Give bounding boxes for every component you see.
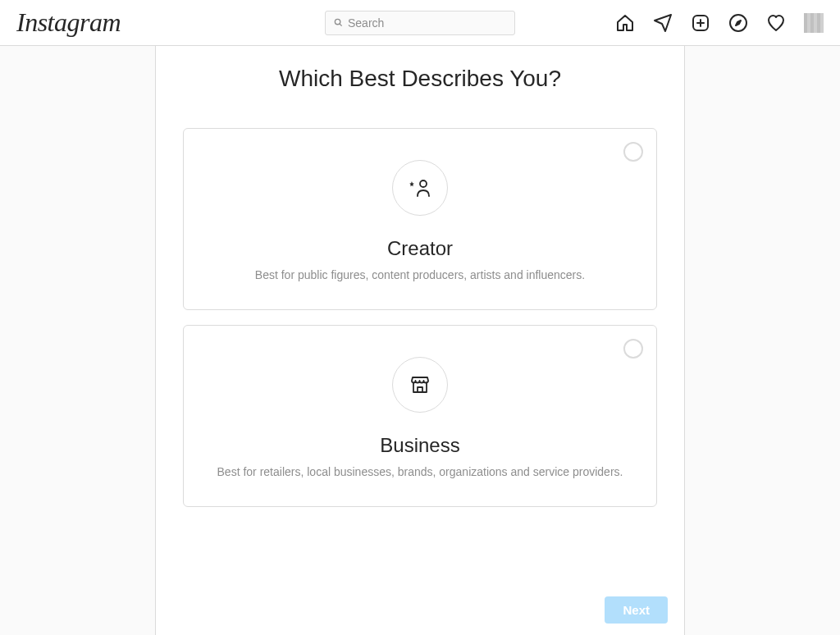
search-input[interactable]: Search xyxy=(325,11,515,35)
next-button[interactable]: Next xyxy=(605,596,668,624)
activity-icon[interactable] xyxy=(766,13,786,33)
svg-line-1 xyxy=(340,24,342,26)
business-icon xyxy=(392,357,448,413)
business-option-card[interactable]: Business Best for retailers, local busin… xyxy=(183,325,657,507)
messages-icon[interactable] xyxy=(653,13,673,33)
explore-icon[interactable] xyxy=(728,13,748,33)
svg-marker-6 xyxy=(736,21,741,25)
search-container: Search xyxy=(325,11,515,35)
top-header: Instagram Search xyxy=(0,0,840,46)
footer-actions: Next xyxy=(605,596,668,624)
creator-radio[interactable] xyxy=(623,142,643,162)
business-title: Business xyxy=(200,434,640,457)
creator-title: Creator xyxy=(200,237,640,260)
profile-avatar[interactable] xyxy=(804,13,824,33)
account-type-panel: Which Best Describes You? Creator Best f… xyxy=(155,46,685,635)
creator-option-card[interactable]: Creator Best for public figures, content… xyxy=(183,128,657,310)
search-placeholder: Search xyxy=(348,16,384,30)
new-post-icon[interactable] xyxy=(691,13,710,33)
search-icon xyxy=(334,18,343,27)
svg-point-0 xyxy=(335,19,340,24)
business-radio[interactable] xyxy=(623,339,643,359)
nav-icons xyxy=(615,13,824,33)
creator-description: Best for public figures, content produce… xyxy=(200,268,640,281)
home-icon[interactable] xyxy=(615,13,635,33)
creator-icon xyxy=(392,160,448,216)
instagram-logo[interactable]: Instagram xyxy=(16,7,121,38)
page-title: Which Best Describes You? xyxy=(183,66,657,92)
business-description: Best for retailers, local businesses, br… xyxy=(200,465,640,478)
main-content: Which Best Describes You? Creator Best f… xyxy=(0,46,840,635)
svg-point-7 xyxy=(420,180,427,187)
